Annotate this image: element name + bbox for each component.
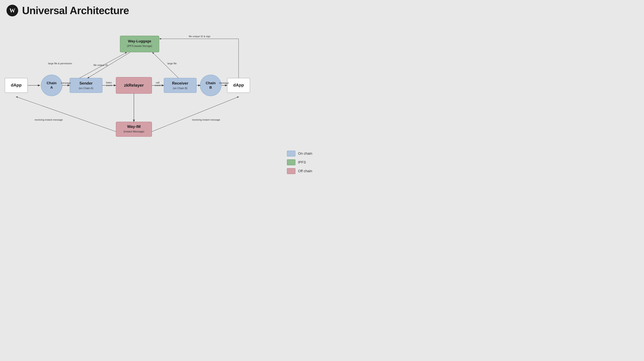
large-file-perm-label: large file & permission — [48, 62, 72, 65]
legend-off-chain: Off chain — [287, 168, 312, 174]
receiver-sublabel: (on Chain B) — [173, 87, 188, 90]
chain-a-sublabel: A — [50, 86, 53, 90]
file-unique-id-sign-label: file unique ID & sign — [189, 35, 210, 38]
logo: W — [6, 5, 18, 16]
legend: On chain IPFS Off chain — [287, 151, 312, 174]
file-unique-id-label: file unique ID — [94, 64, 108, 66]
sender-label: Sender — [79, 81, 92, 86]
svg-rect-0 — [120, 36, 159, 52]
way-luggage-label: Way-Luggage — [128, 39, 151, 43]
listen-event-label: listen — [106, 81, 112, 84]
svg-line-21 — [16, 97, 116, 132]
receiving-left-label: receiving instant message — [34, 118, 63, 121]
call-event-label: call — [156, 81, 160, 84]
chain-a-label: Chain — [46, 81, 56, 85]
way-luggage-sublabel: (IPFS-based Storage) — [127, 45, 152, 48]
page-title: Universal Architecture — [22, 4, 129, 16]
zkrelayer-label: zkRelayer — [124, 83, 144, 88]
dapp-right-label: dApp — [233, 82, 244, 88]
legend-ipfs: IPFS — [287, 160, 312, 165]
svg-rect-8 — [116, 122, 152, 136]
svg-rect-5 — [164, 78, 196, 93]
message2-label: message — [219, 82, 229, 84]
call-event-label2: event — [155, 84, 161, 87]
receiving-right-label: receiving instant message — [192, 118, 220, 121]
svg-line-22 — [152, 97, 238, 132]
receiver-label: Receiver — [172, 81, 188, 86]
header: W Universal Architecture — [0, 0, 322, 16]
legend-ipfs-label: IPFS — [298, 160, 306, 164]
logo-icon: W — [10, 7, 15, 14]
legend-off-chain-label: Off chain — [298, 169, 312, 173]
legend-on-chain: On chain — [287, 151, 312, 156]
chain-b-label: Chain — [206, 81, 216, 85]
diagram-area: Way-Luggage (IPFS-based Storage) dApp Ch… — [0, 21, 322, 180]
architecture-diagram: Way-Luggage (IPFS-based Storage) dApp Ch… — [0, 21, 322, 180]
dapp-left-label: dApp — [11, 82, 22, 88]
legend-ipfs-box — [287, 160, 296, 165]
message1-label: message — [61, 82, 71, 84]
wayim-label: Way-IM — [127, 124, 140, 129]
sender-sublabel: (on Chain A) — [79, 87, 93, 90]
listen-event-label2: event — [106, 84, 112, 87]
chain-b-sublabel: B — [209, 86, 212, 90]
wayim-sublabel: (Instant Message) — [124, 130, 144, 133]
large-file-label: large file — [168, 62, 177, 65]
svg-line-17 — [152, 52, 178, 78]
legend-on-chain-label: On chain — [298, 152, 312, 156]
legend-on-chain-box — [287, 151, 296, 156]
legend-off-chain-box — [287, 168, 296, 174]
svg-rect-3 — [70, 78, 102, 93]
